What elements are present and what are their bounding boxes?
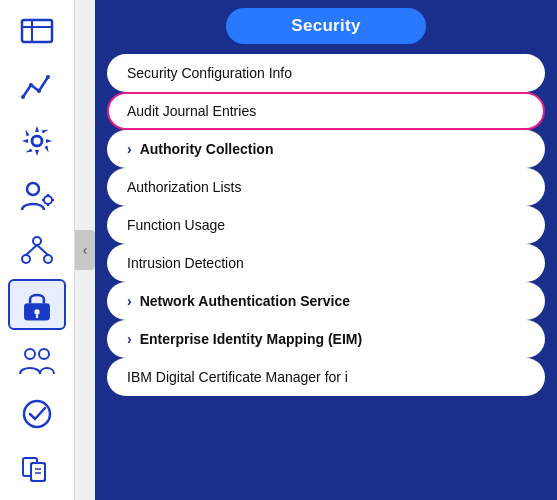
sidebar-item-user-settings[interactable] [8,170,66,221]
menu-item[interactable]: ›Network Authentication Service [107,282,545,320]
svg-point-5 [37,89,41,93]
sidebar-item-settings[interactable] [8,115,66,166]
sidebar-item-network[interactable] [8,225,66,276]
menu-item[interactable]: ›Authority Collection [107,130,545,168]
menu-item-label: Security Configuration Info [127,65,292,81]
menu-item-label: Audit Journal Entries [127,103,256,119]
svg-point-17 [44,255,52,263]
svg-line-19 [37,245,48,255]
svg-rect-0 [22,20,52,42]
menu-item[interactable]: Authorization Lists [107,168,545,206]
menu-item[interactable]: ›Enterprise Identity Mapping (EIM) [107,320,545,358]
svg-point-8 [32,136,42,146]
collapse-arrow-icon: ‹ [83,242,88,258]
menu-item[interactable]: Audit Journal Entries [107,92,545,130]
sidebar-item-security[interactable] [8,279,66,330]
sidebar [0,0,75,500]
sidebar-item-users-group[interactable] [8,334,66,385]
svg-point-16 [22,255,30,263]
expand-chevron-icon: › [127,141,132,157]
sidebar-item-table[interactable] [8,6,66,57]
section-title: Security [226,8,426,44]
menu-item-label: IBM Digital Certificate Manager for i [127,369,348,385]
expand-chevron-icon: › [127,331,132,347]
menu-item-label: Authority Collection [140,141,274,157]
svg-point-4 [29,83,33,87]
menu-item-label: Enterprise Identity Mapping (EIM) [140,331,362,347]
svg-point-3 [21,95,25,99]
menu-item-label: Function Usage [127,217,225,233]
svg-point-24 [39,349,49,359]
menu-item-label: Network Authentication Service [140,293,350,309]
svg-point-25 [24,401,50,427]
sidebar-item-chart[interactable] [8,61,66,112]
svg-point-23 [25,349,35,359]
expand-chevron-icon: › [127,293,132,309]
menu-item-label: Intrusion Detection [127,255,244,271]
menu-item[interactable]: Security Configuration Info [107,54,545,92]
menu-list: Security Configuration InfoAudit Journal… [107,54,545,396]
svg-rect-27 [31,463,45,481]
svg-point-6 [46,75,50,79]
menu-item[interactable]: Function Usage [107,206,545,244]
svg-point-21 [34,309,39,314]
sidebar-item-check[interactable] [8,389,66,440]
svg-point-10 [44,196,52,204]
menu-item-label: Authorization Lists [127,179,241,195]
sidebar-item-files[interactable] [8,443,66,494]
svg-point-15 [33,237,41,245]
collapse-sidebar-button[interactable]: ‹ [75,230,95,270]
svg-line-18 [26,245,37,255]
main-content: Security Security Configuration InfoAudi… [95,0,557,500]
menu-item[interactable]: Intrusion Detection [107,244,545,282]
menu-item[interactable]: IBM Digital Certificate Manager for i [107,358,545,396]
svg-point-9 [27,183,39,195]
